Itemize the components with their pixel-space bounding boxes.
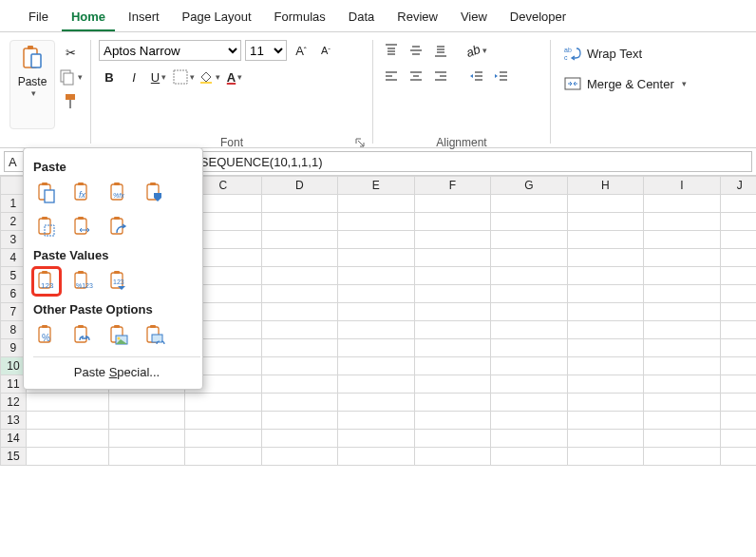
- svg-rect-54: [78, 217, 84, 220]
- paste-values-number-format-button[interactable]: %123: [69, 268, 96, 295]
- merge-center-button[interactable]: Merge & Center ▾: [558, 72, 710, 95]
- paste-formulas-number-format-button[interactable]: %fx: [105, 180, 132, 206]
- tab-view[interactable]: View: [451, 6, 497, 31]
- paste-button[interactable]: Paste ▾: [9, 40, 55, 129]
- paste-keep-column-widths-button[interactable]: [69, 214, 96, 240]
- row-header[interactable]: 14: [1, 430, 27, 448]
- paste-formulas-button[interactable]: fx: [69, 180, 96, 206]
- wrap-text-label: Wrap Text: [587, 47, 642, 61]
- group-clipboard: Paste ▾ ✂ ▾: [4, 36, 88, 151]
- clipboard-icon: [20, 45, 45, 73]
- svg-text:fx: fx: [79, 190, 86, 200]
- paste-formatting-button[interactable]: %: [33, 322, 60, 349]
- font-color-button[interactable]: A▾: [224, 67, 245, 87]
- paintbrush-icon: [63, 92, 80, 111]
- svg-rect-40: [45, 190, 54, 202]
- paste-link-button[interactable]: [69, 322, 96, 349]
- copy-icon: [59, 68, 76, 86]
- paste-options-menu: Paste fx %fx Paste Values 123 %123 123 O…: [23, 147, 203, 390]
- group-wrap-merge: abc Wrap Text Merge & Center ▾: [553, 36, 716, 151]
- cut-button[interactable]: ✂: [59, 42, 83, 63]
- row-header[interactable]: 13: [1, 412, 27, 430]
- decrease-indent-button[interactable]: [466, 67, 487, 87]
- group-alignment: ab▾ Alignment: [375, 36, 548, 151]
- svg-rect-4: [64, 73, 73, 85]
- chevron-down-icon: ▾: [29, 88, 36, 98]
- wrap-text-button[interactable]: abc Wrap Text: [558, 42, 710, 65]
- tab-data[interactable]: Data: [339, 6, 384, 31]
- row-header[interactable]: 12: [1, 394, 27, 412]
- svg-rect-45: [114, 182, 120, 185]
- ribbon: Paste ▾ ✂ ▾ Aptos Narrow 11 Aˆ Aˇ B I U▾…: [0, 32, 756, 148]
- tab-home[interactable]: Home: [62, 6, 115, 31]
- paste-transpose-button[interactable]: [105, 214, 132, 240]
- align-middle-button[interactable]: [406, 40, 426, 61]
- svg-text:ab: ab: [564, 47, 572, 53]
- format-painter-button[interactable]: [59, 91, 83, 112]
- svg-rect-2: [31, 54, 41, 67]
- svg-rect-7: [174, 70, 187, 84]
- align-bottom-button[interactable]: [430, 40, 451, 61]
- underline-button[interactable]: U▾: [148, 67, 169, 87]
- col-header[interactable]: D: [261, 177, 338, 195]
- other-paste-section-label: Other Paste Options: [33, 302, 193, 317]
- svg-text:123: 123: [113, 278, 124, 285]
- paste-all-button[interactable]: [33, 180, 60, 206]
- chevron-down-icon: ▾: [680, 79, 687, 88]
- svg-rect-6: [69, 100, 71, 108]
- group-font: Aptos Narrow 11 Aˆ Aˇ B I U▾ ▾ ▾ A▾ Font: [93, 36, 370, 151]
- font-size-combo[interactable]: 11: [245, 40, 287, 61]
- font-name-combo[interactable]: Aptos Narrow: [99, 40, 241, 61]
- svg-rect-39: [42, 182, 47, 185]
- tab-formulas[interactable]: Formulas: [265, 6, 335, 31]
- align-top-button[interactable]: [381, 40, 402, 61]
- paste-linked-picture-button[interactable]: [142, 322, 168, 349]
- col-header[interactable]: E: [338, 177, 415, 195]
- paste-special-button[interactable]: Paste Special...: [33, 356, 200, 383]
- font-dialog-launcher[interactable]: [355, 138, 365, 147]
- increase-indent-button[interactable]: [491, 67, 512, 87]
- svg-rect-72: [114, 325, 120, 328]
- copy-button[interactable]: ▾: [59, 67, 83, 87]
- bold-button[interactable]: B: [99, 67, 120, 87]
- col-header[interactable]: J: [720, 177, 756, 195]
- tab-developer[interactable]: Developer: [501, 6, 576, 31]
- svg-rect-69: [75, 327, 86, 342]
- formula-input[interactable]: =SEQUENCE(10,1,1,1): [186, 151, 752, 172]
- svg-rect-37: [565, 78, 580, 89]
- row-header[interactable]: 15: [1, 448, 27, 466]
- chevron-down-icon: ▾: [76, 72, 83, 82]
- col-header[interactable]: G: [491, 177, 568, 195]
- paste-values-source-format-button[interactable]: 123: [105, 268, 132, 295]
- svg-rect-42: [78, 182, 84, 185]
- svg-rect-61: [78, 271, 84, 274]
- decrease-font-button[interactable]: Aˇ: [315, 40, 336, 61]
- paste-values-button[interactable]: 123: [33, 268, 60, 295]
- orientation-button[interactable]: ab▾: [466, 40, 487, 61]
- col-header[interactable]: F: [414, 177, 491, 195]
- borders-button[interactable]: ▾: [173, 67, 195, 87]
- paste-section-label: Paste: [33, 160, 193, 174]
- paste-keep-source-formatting-button[interactable]: [142, 180, 168, 206]
- col-header[interactable]: H: [567, 177, 644, 195]
- increase-font-button[interactable]: Aˆ: [291, 40, 312, 61]
- svg-rect-58: [42, 271, 47, 274]
- align-left-button[interactable]: [381, 67, 402, 87]
- tab-insert[interactable]: Insert: [119, 6, 169, 31]
- ribbon-tabs: File Home Insert Page Layout Formulas Da…: [0, 0, 756, 32]
- paste-no-borders-button[interactable]: [33, 214, 60, 240]
- paste-label: Paste: [18, 75, 47, 88]
- svg-rect-56: [114, 217, 120, 220]
- italic-button[interactable]: I: [123, 67, 144, 87]
- paste-picture-button[interactable]: [105, 322, 132, 349]
- svg-rect-64: [114, 271, 120, 274]
- alignment-group-label: Alignment: [375, 136, 548, 149]
- tab-review[interactable]: Review: [387, 6, 447, 31]
- align-center-button[interactable]: [406, 67, 426, 87]
- col-header[interactable]: I: [644, 177, 721, 195]
- tab-page-layout[interactable]: Page Layout: [173, 6, 261, 31]
- tab-file[interactable]: File: [19, 6, 58, 31]
- fill-color-button[interactable]: ▾: [198, 67, 220, 87]
- align-right-button[interactable]: [430, 67, 451, 87]
- paste-values-section-label: Paste Values: [33, 248, 193, 262]
